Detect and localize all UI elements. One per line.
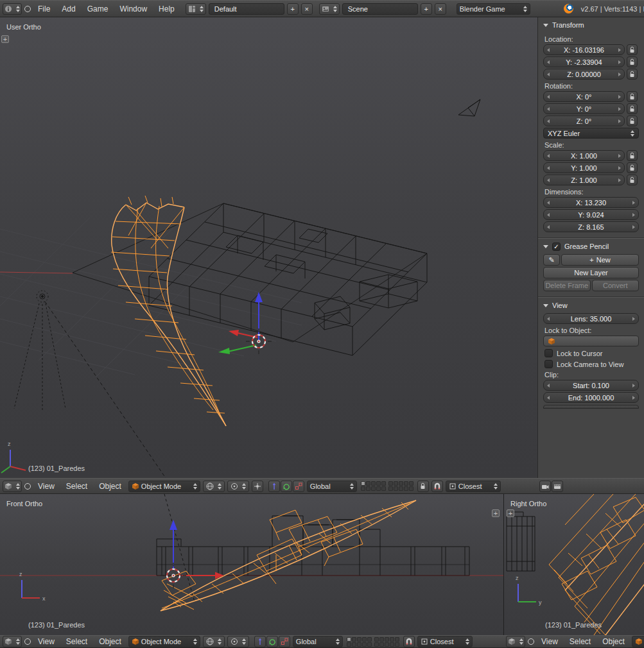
menu-window[interactable]: Window bbox=[115, 3, 152, 15]
menu-help[interactable]: Help bbox=[154, 3, 179, 15]
manipulator-scale-toggle[interactable] bbox=[293, 481, 304, 492]
delete-frame-button[interactable]: Delete Frame bbox=[543, 280, 591, 291]
increment-arrow-icon[interactable] bbox=[618, 95, 621, 99]
opengl-render-button[interactable] bbox=[539, 481, 551, 492]
increment-arrow-icon[interactable] bbox=[632, 213, 635, 217]
grease-pencil-checkbox[interactable]: ✓ bbox=[552, 243, 561, 251]
camera-object[interactable] bbox=[458, 99, 480, 116]
view-panel-header[interactable]: View bbox=[543, 298, 639, 313]
increment-arrow-icon[interactable] bbox=[618, 107, 621, 111]
expand-region-button[interactable]: + bbox=[1, 35, 9, 43]
snap-target-dropdown[interactable]: Closest bbox=[417, 636, 473, 647]
grease-pencil-panel-header[interactable]: ✓ Grease Pencil bbox=[543, 239, 639, 254]
menu-file[interactable]: File bbox=[33, 3, 55, 15]
lamp-object[interactable] bbox=[14, 291, 65, 410]
scale-z-field[interactable]: Z: 1.000 bbox=[543, 175, 625, 185]
increment-arrow-icon[interactable] bbox=[632, 384, 635, 388]
increment-arrow-icon[interactable] bbox=[632, 201, 635, 205]
add-screen-layout-button[interactable]: + bbox=[287, 3, 299, 15]
delete-scene-button[interactable]: × bbox=[435, 3, 446, 15]
pivot-align-toggle[interactable] bbox=[252, 481, 263, 492]
header-collapse-toggle[interactable] bbox=[24, 483, 31, 490]
increment-arrow-icon[interactable] bbox=[632, 317, 635, 321]
lock-to-cursor-checkbox[interactable] bbox=[544, 349, 553, 357]
increment-arrow-icon[interactable] bbox=[618, 166, 621, 170]
screen-layout-browse-button[interactable] bbox=[186, 3, 206, 15]
menu-game[interactable]: Game bbox=[83, 3, 113, 15]
menu-select[interactable]: Select bbox=[62, 481, 92, 492]
ground-plane-wireframe[interactable] bbox=[73, 203, 427, 342]
viewport-shading-dropdown[interactable] bbox=[203, 481, 225, 492]
viewport-user-ortho[interactable]: z User Ortho (123) 01_Paredes + bbox=[0, 17, 537, 478]
menu-view[interactable]: View bbox=[33, 481, 59, 492]
increment-arrow-icon[interactable] bbox=[618, 178, 621, 182]
increment-arrow-icon[interactable] bbox=[618, 72, 621, 76]
menu-view[interactable]: View bbox=[537, 636, 562, 647]
clip-start-field[interactable]: Start: 0.100 bbox=[543, 380, 639, 391]
pivot-point-dropdown[interactable] bbox=[227, 481, 249, 492]
add-scene-button[interactable]: + bbox=[421, 3, 432, 15]
z-axis-handle[interactable] bbox=[170, 520, 177, 530]
grease-pencil-new-button[interactable]: +New bbox=[561, 254, 639, 266]
render-engine-dropdown[interactable]: Blender Game bbox=[457, 3, 530, 15]
manipulator-translate-toggle[interactable] bbox=[268, 481, 280, 492]
scale-y-field[interactable]: Y: 1.000 bbox=[543, 162, 625, 173]
screen-layout-name-field[interactable]: Default bbox=[209, 3, 284, 15]
scene-browse-button[interactable] bbox=[319, 3, 340, 15]
grease-pencil-draw-button[interactable]: ✎ bbox=[543, 254, 560, 266]
header-collapse-toggle[interactable] bbox=[24, 6, 31, 12]
rotation-mode-dropdown[interactable]: XYZ Euler bbox=[543, 128, 639, 139]
transform-orientation-dropdown[interactable]: Global bbox=[293, 636, 343, 647]
snap-toggle[interactable] bbox=[431, 481, 443, 492]
lock-rotation-z-button[interactable] bbox=[627, 115, 638, 126]
pivot-point-dropdown[interactable] bbox=[227, 636, 249, 647]
location-y-field[interactable]: Y: -2.33904 bbox=[543, 56, 625, 67]
scale-x-field[interactable]: X: 1.000 bbox=[543, 150, 625, 161]
lock-to-object-field[interactable] bbox=[543, 336, 639, 346]
mode-dropdown[interactable]: Object Mode bbox=[128, 636, 200, 647]
lock-scale-z-button[interactable] bbox=[627, 175, 638, 185]
lock-location-z-button[interactable] bbox=[627, 69, 638, 80]
expand-region-button[interactable]: + bbox=[507, 509, 514, 517]
lock-camera-to-view-checkbox[interactable] bbox=[544, 360, 553, 368]
editor-type-button[interactable] bbox=[3, 3, 22, 15]
manipulator-rotate-toggle[interactable] bbox=[266, 636, 278, 647]
menu-select[interactable]: Select bbox=[565, 636, 595, 647]
transform-orientation-dropdown[interactable]: Global bbox=[307, 481, 357, 492]
increment-arrow-icon[interactable] bbox=[618, 60, 621, 64]
dimensions-z-field[interactable]: Z: 8.165 bbox=[543, 221, 639, 232]
transform-panel-header[interactable]: Transform bbox=[543, 17, 639, 33]
editor-type-button[interactable] bbox=[3, 481, 22, 492]
increment-arrow-icon[interactable] bbox=[632, 225, 635, 229]
lock-scale-x-button[interactable] bbox=[627, 150, 638, 161]
location-x-field[interactable]: X: -16.03196 bbox=[543, 44, 625, 55]
rotation-z-field[interactable]: Z: 0° bbox=[543, 115, 625, 126]
manipulator-rotate-toggle[interactable] bbox=[281, 481, 292, 492]
increment-arrow-icon[interactable] bbox=[618, 119, 621, 123]
viewport-right-ortho[interactable]: z y Right Ortho (123) 01_Paredes + bbox=[503, 494, 644, 635]
delete-screen-layout-button[interactable]: × bbox=[301, 3, 313, 15]
3d-cursor[interactable] bbox=[246, 328, 272, 354]
clip-end-field[interactable]: End: 1000.000 bbox=[543, 392, 639, 403]
lock-scale-y-button[interactable] bbox=[627, 162, 638, 173]
viewport-shading-dropdown[interactable] bbox=[203, 636, 225, 647]
selected-mesh-wireframe[interactable] bbox=[161, 500, 416, 611]
editor-type-button[interactable] bbox=[506, 636, 525, 647]
menu-select[interactable]: Select bbox=[62, 636, 92, 647]
increment-arrow-icon[interactable] bbox=[618, 48, 621, 52]
convert-button[interactable]: Convert bbox=[592, 280, 640, 291]
layers-widget[interactable] bbox=[347, 637, 399, 647]
x-axis-handle[interactable] bbox=[229, 330, 239, 336]
menu-object[interactable]: Object bbox=[598, 636, 629, 647]
new-layer-button[interactable]: New Layer bbox=[543, 267, 639, 278]
dimensions-x-field[interactable]: X: 13.230 bbox=[543, 197, 639, 208]
lock-to-scene-toggle[interactable] bbox=[417, 481, 429, 492]
lock-rotation-x-button[interactable] bbox=[627, 91, 638, 102]
selected-mesh-wireframe[interactable] bbox=[111, 196, 226, 426]
header-collapse-toggle[interactable] bbox=[528, 638, 534, 645]
increment-arrow-icon[interactable] bbox=[618, 154, 621, 158]
viewport-front-ortho[interactable]: z x Front Ortho (123) 01_Paredes + bbox=[0, 494, 503, 635]
mode-dropdown[interactable]: Object Mode bbox=[632, 636, 644, 647]
rotation-y-field[interactable]: Y: 0° bbox=[543, 103, 625, 114]
building-wireframe[interactable] bbox=[149, 203, 427, 355]
